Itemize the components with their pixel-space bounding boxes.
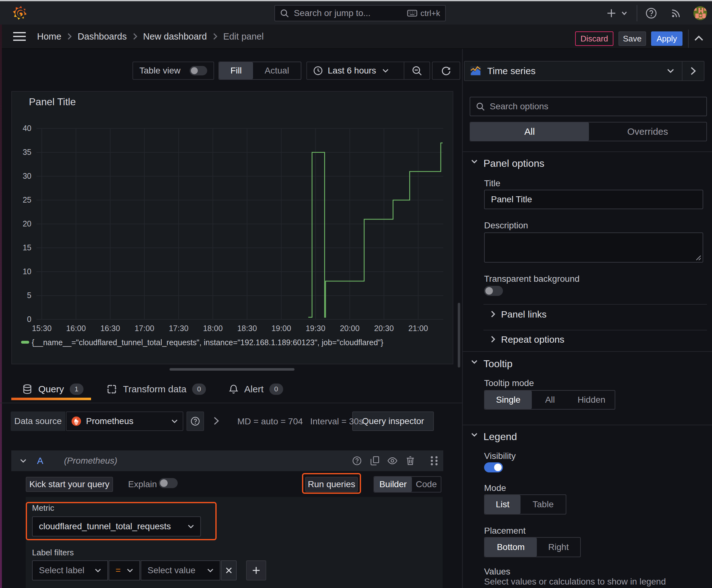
svg-text:0: 0 — [27, 315, 31, 323]
svg-text:15:30: 15:30 — [32, 324, 52, 333]
svg-text:30: 30 — [23, 171, 31, 180]
svg-text:20: 20 — [23, 219, 31, 228]
svg-text:18:30: 18:30 — [237, 324, 257, 333]
svg-text:15: 15 — [23, 243, 31, 252]
svg-text:21:00: 21:00 — [408, 324, 428, 333]
svg-text:35: 35 — [23, 148, 31, 156]
svg-text:5: 5 — [27, 291, 31, 300]
svg-text:{__name__="cloudflared_tunnel_: {__name__="cloudflared_tunnel_total_requ… — [32, 338, 383, 347]
svg-text:10: 10 — [23, 267, 31, 276]
svg-text:40: 40 — [23, 124, 31, 132]
svg-text:16:00: 16:00 — [66, 324, 86, 333]
svg-text:25: 25 — [23, 195, 31, 204]
svg-text:18:00: 18:00 — [203, 324, 223, 333]
svg-text:16:30: 16:30 — [101, 324, 120, 333]
svg-text:17:00: 17:00 — [135, 324, 154, 333]
svg-text:20:30: 20:30 — [374, 324, 394, 333]
svg-text:19:30: 19:30 — [306, 324, 326, 333]
svg-text:20:00: 20:00 — [340, 324, 360, 333]
svg-text:19:00: 19:00 — [272, 324, 291, 333]
svg-text:17:30: 17:30 — [169, 324, 189, 333]
